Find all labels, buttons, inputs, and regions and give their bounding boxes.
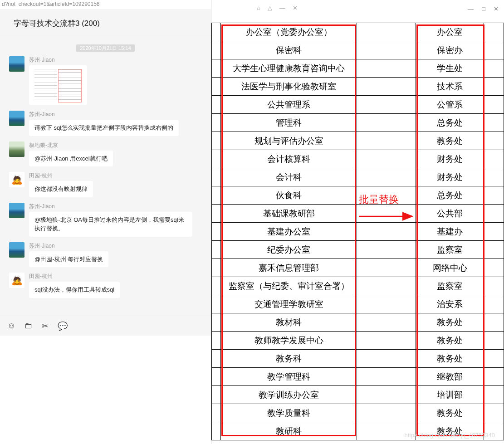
cell[interactable] xyxy=(212,422,221,440)
avatar[interactable] xyxy=(9,111,24,126)
cell-target[interactable]: 教务处 xyxy=(416,132,484,150)
cell-target[interactable]: 监察室 xyxy=(416,277,484,295)
cell-mid[interactable] xyxy=(357,277,416,295)
cell[interactable] xyxy=(484,368,504,386)
cell-source[interactable]: 教学质量科 xyxy=(221,404,357,422)
minimize-button[interactable]: — xyxy=(468,5,474,12)
cell-source[interactable]: 会计核算科 xyxy=(221,150,357,168)
cell[interactable] xyxy=(484,223,504,241)
cell-source[interactable]: 教务科 xyxy=(221,350,357,368)
cell-source[interactable]: 纪委办公室 xyxy=(221,241,357,259)
cell-target[interactable]: 教务处 xyxy=(416,350,484,368)
cell-source[interactable]: 嘉禾信息管理部 xyxy=(221,259,357,277)
cell-mid[interactable] xyxy=(357,241,416,259)
comment-icon[interactable]: 💬 xyxy=(58,321,68,331)
cell[interactable] xyxy=(484,23,504,41)
up-icon[interactable]: △ xyxy=(268,5,272,11)
cell-mid[interactable] xyxy=(357,114,416,132)
cell-target[interactable]: 网络中心 xyxy=(416,259,484,277)
cell-source[interactable]: 伙食科 xyxy=(221,186,357,205)
avatar[interactable]: 🙇 xyxy=(9,273,24,288)
dash-icon[interactable]: — xyxy=(279,5,285,11)
cell[interactable] xyxy=(212,205,221,223)
cell-mid[interactable] xyxy=(357,223,416,241)
table-row[interactable]: 教学质量科教务处 xyxy=(212,404,504,422)
cell-target[interactable]: 继教部 xyxy=(416,368,484,386)
cell-mid[interactable] xyxy=(357,313,416,332)
table-row[interactable]: 纪委办公室监察室 xyxy=(212,241,504,259)
cell[interactable] xyxy=(484,241,504,259)
cell-source[interactable]: 办公室（党委办公室） xyxy=(221,23,357,41)
cell[interactable] xyxy=(484,41,504,59)
cell-source[interactable]: 大学生心理健康教育咨询中心 xyxy=(221,59,357,78)
cell-mid[interactable] xyxy=(357,41,416,59)
table-row[interactable]: 教材科教务处 xyxy=(212,313,504,332)
table-row[interactable]: 交通管理学教研室治安系 xyxy=(212,295,504,313)
cell[interactable] xyxy=(212,295,221,313)
cell[interactable] xyxy=(212,168,221,186)
x-icon[interactable]: ✕ xyxy=(293,5,298,11)
cell[interactable] xyxy=(212,59,221,78)
cell-source[interactable]: 法医学与刑事化验教研室 xyxy=(221,78,357,96)
cell-target[interactable]: 教务处 xyxy=(416,404,484,422)
table-row[interactable]: 教学训练办公室培训部 xyxy=(212,386,504,404)
cell-target[interactable]: 财务处 xyxy=(416,150,484,168)
cell-mid[interactable] xyxy=(357,259,416,277)
cell-source[interactable]: 教材科 xyxy=(221,313,357,332)
cell[interactable] xyxy=(484,404,504,422)
cell-source[interactable]: 教师教学发展中心 xyxy=(221,332,357,350)
cell[interactable] xyxy=(212,150,221,168)
cell[interactable] xyxy=(484,168,504,186)
avatar[interactable] xyxy=(9,56,24,72)
cell-target[interactable]: 基建办 xyxy=(416,223,484,241)
cell-source[interactable]: 公共管理系 xyxy=(221,96,357,114)
cell-source[interactable]: 基础课教研部 xyxy=(221,205,357,223)
cell[interactable] xyxy=(212,259,221,277)
cell[interactable] xyxy=(212,186,221,205)
table-row[interactable]: 管理科总务处 xyxy=(212,114,504,132)
avatar[interactable] xyxy=(9,141,24,157)
cell-mid[interactable] xyxy=(357,295,416,313)
cell-source[interactable]: 基建办公室 xyxy=(221,223,357,241)
cell[interactable] xyxy=(484,78,504,96)
table-row[interactable]: 保密科保密办 xyxy=(212,41,504,59)
folder-icon[interactable]: 🗀 xyxy=(24,321,33,331)
cell[interactable] xyxy=(212,350,221,368)
cell[interactable] xyxy=(212,223,221,241)
cell-target[interactable]: 治安系 xyxy=(416,295,484,313)
table-row[interactable]: 嘉禾信息管理部网络中心 xyxy=(212,259,504,277)
table-row[interactable]: 监察室（与纪委、审计室合署）监察室 xyxy=(212,277,504,295)
scissors-icon[interactable]: ✂ xyxy=(42,321,49,331)
cell[interactable] xyxy=(484,295,504,313)
cell[interactable] xyxy=(484,332,504,350)
cell-source[interactable]: 交通管理学教研室 xyxy=(221,295,357,313)
cell-mid[interactable] xyxy=(357,96,416,114)
cell-source[interactable]: 教学管理科 xyxy=(221,368,357,386)
cell-source[interactable]: 监察室（与纪委、审计室合署） xyxy=(221,277,357,295)
cell-target[interactable]: 技术系 xyxy=(416,78,484,96)
cell-target[interactable]: 公管系 xyxy=(416,96,484,114)
cell[interactable] xyxy=(484,205,504,223)
cell[interactable] xyxy=(212,78,221,96)
cell[interactable] xyxy=(484,277,504,295)
cell[interactable] xyxy=(484,96,504,114)
cell-target[interactable]: 培训部 xyxy=(416,386,484,404)
cell-mid[interactable] xyxy=(357,23,416,41)
table-row[interactable]: 基础课教研部公共部 xyxy=(212,205,504,223)
cell-mid[interactable] xyxy=(357,404,416,422)
cell[interactable] xyxy=(212,404,221,422)
cell[interactable] xyxy=(484,350,504,368)
cell[interactable] xyxy=(212,277,221,295)
cell-target[interactable]: 学生处 xyxy=(416,59,484,78)
cell-target[interactable]: 教务处 xyxy=(416,332,484,350)
cell[interactable] xyxy=(212,41,221,59)
cell[interactable] xyxy=(484,386,504,404)
spreadsheet[interactable]: 办公室（党委办公室）办公室保密科保密办大学生心理健康教育咨询中心学生处法医学与刑… xyxy=(211,23,504,444)
home-icon[interactable]: ⌂ xyxy=(257,5,260,11)
cell-target[interactable]: 财务处 xyxy=(416,168,484,186)
cell-mid[interactable] xyxy=(357,168,416,186)
cell-mid[interactable] xyxy=(357,186,416,205)
cell-source[interactable]: 教研科 xyxy=(221,422,357,440)
emoji-icon[interactable]: ☺ xyxy=(7,321,15,331)
cell[interactable] xyxy=(212,332,221,350)
